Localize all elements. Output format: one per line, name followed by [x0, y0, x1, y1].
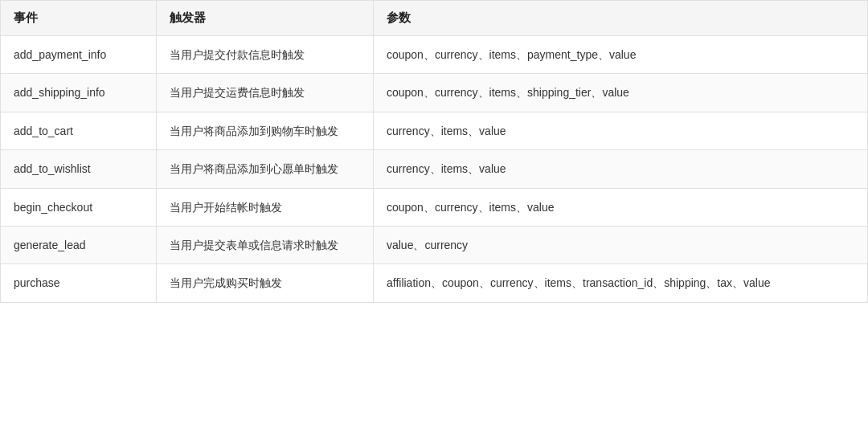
- cell-params: coupon、currency、items、value: [373, 188, 867, 226]
- table-row: purchase当用户完成购买时触发affiliation、coupon、cur…: [1, 264, 868, 302]
- cell-trigger: 当用户提交付款信息时触发: [157, 36, 374, 74]
- cell-trigger: 当用户将商品添加到购物车时触发: [157, 112, 374, 149]
- cell-trigger: 当用户将商品添加到心愿单时触发: [157, 150, 374, 188]
- table-row: add_payment_info当用户提交付款信息时触发coupon、curre…: [1, 36, 868, 74]
- table-row: add_shipping_info当用户提交运费信息时触发coupon、curr…: [1, 74, 868, 112]
- cell-trigger: 当用户完成购买时触发: [157, 264, 374, 302]
- cell-event: add_to_wishlist: [1, 150, 157, 188]
- cell-trigger: 当用户提交运费信息时触发: [157, 74, 374, 112]
- cell-params: affiliation、coupon、currency、items、transa…: [373, 264, 867, 302]
- events-table: 事件 触发器 参数 add_payment_info当用户提交付款信息时触发co…: [0, 0, 868, 303]
- table-header-row: 事件 触发器 参数: [1, 1, 868, 36]
- cell-params: currency、items、value: [373, 112, 867, 149]
- cell-params: coupon、currency、items、shipping_tier、valu…: [373, 74, 867, 112]
- cell-event: purchase: [1, 264, 157, 302]
- cell-params: currency、items、value: [373, 150, 867, 188]
- table-wrapper: 事件 触发器 参数 add_payment_info当用户提交付款信息时触发co…: [0, 0, 868, 437]
- cell-event: add_payment_info: [1, 36, 157, 74]
- header-event: 事件: [1, 1, 157, 36]
- cell-params: coupon、currency、items、payment_type、value: [373, 36, 867, 74]
- cell-event: add_to_cart: [1, 112, 157, 149]
- cell-trigger: 当用户开始结帐时触发: [157, 188, 374, 226]
- cell-event: add_shipping_info: [1, 74, 157, 112]
- header-trigger: 触发器: [157, 1, 374, 36]
- cell-params: value、currency: [373, 226, 867, 263]
- table-row: begin_checkout当用户开始结帐时触发coupon、currency、…: [1, 188, 868, 226]
- table-row: generate_lead当用户提交表单或信息请求时触发value、curren…: [1, 226, 868, 263]
- table-row: add_to_wishlist当用户将商品添加到心愿单时触发currency、i…: [1, 150, 868, 188]
- cell-trigger: 当用户提交表单或信息请求时触发: [157, 226, 374, 263]
- cell-event: generate_lead: [1, 226, 157, 263]
- header-params: 参数: [373, 1, 867, 36]
- table-row: add_to_cart当用户将商品添加到购物车时触发currency、items…: [1, 112, 868, 149]
- cell-event: begin_checkout: [1, 188, 157, 226]
